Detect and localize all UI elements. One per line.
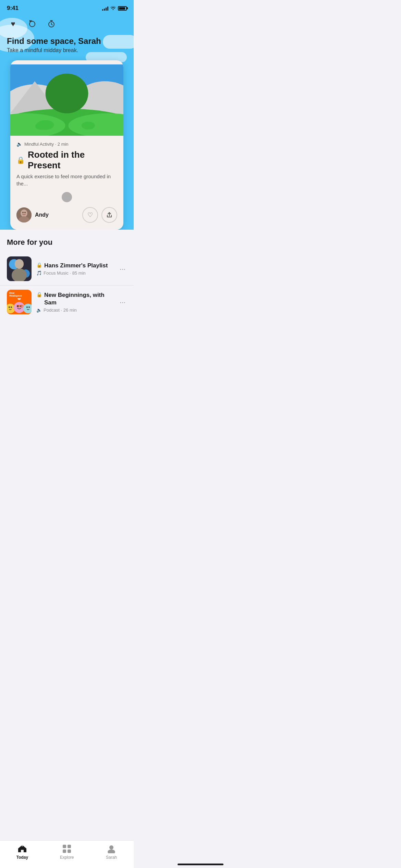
svg-point-25 [9, 306, 10, 308]
svg-point-14 [82, 122, 95, 130]
card-content: 🔈 Mindful Activity · 2 min 🔒 Rooted in t… [10, 136, 123, 230]
share-button[interactable] [101, 207, 117, 223]
like-button[interactable]: ♡ [82, 207, 98, 223]
author-name: Andy [35, 212, 49, 218]
dear-meta: 🔈 Podcast · 26 min [36, 308, 113, 313]
card-actions: ♡ [82, 207, 117, 223]
card-title-row: 🔒 Rooted in the Present [16, 149, 117, 171]
wifi-icon [110, 5, 116, 11]
greeting-section: Find some space, Sarah Take a mindful mi… [7, 36, 127, 53]
status-time: 9:41 [7, 5, 19, 12]
dear-headspace-thumb: DearHeadspace [7, 290, 32, 314]
svg-point-35 [28, 306, 30, 308]
svg-point-19 [24, 212, 26, 213]
hans-more-button[interactable]: ··· [118, 265, 127, 273]
dear-meta-icon: 🔈 [36, 308, 42, 313]
dear-title: New Beginnings, with Sam [44, 291, 113, 306]
hans-lock-icon: 🔒 [36, 262, 42, 268]
hans-meta-icon: 🎵 [36, 270, 42, 276]
hans-meta-text: Focus Music · 85 min [44, 270, 86, 276]
svg-point-11 [46, 74, 88, 113]
card-author: Andy [16, 207, 49, 222]
hero-section: ♥ Find some space, Sarah Take a mindful … [0, 14, 134, 230]
svg-point-18 [22, 212, 24, 213]
card-title: Rooted in the Present [28, 149, 117, 171]
svg-point-27 [14, 302, 25, 313]
hans-zimmer-info: 🔒 Hans Zimmer's Playlist 🎵 Focus Music ·… [36, 262, 113, 276]
card-meta-text: Mindful Activity · 2 min [24, 142, 69, 147]
card-illustration [10, 60, 123, 136]
hans-meta: 🎵 Focus Music · 85 min [36, 270, 113, 276]
greeting-title: Find some space, Sarah [7, 36, 127, 46]
card-progress-dot [62, 192, 72, 202]
svg-point-22 [15, 259, 24, 269]
card-meta-speaker-icon: 🔈 [16, 141, 22, 147]
list-item[interactable]: 🔒 Hans Zimmer's Playlist 🎵 Focus Music ·… [0, 252, 134, 285]
svg-point-13 [35, 122, 46, 130]
dear-more-button[interactable]: ··· [118, 298, 127, 306]
card-lock-icon: 🔒 [16, 156, 25, 164]
status-icons [102, 5, 127, 11]
hans-title: Hans Zimmer's Playlist [44, 262, 108, 269]
hans-zimmer-thumb [7, 256, 32, 281]
timer-icon[interactable] [45, 18, 58, 30]
featured-card[interactable]: 🔈 Mindful Activity · 2 min 🔒 Rooted in t… [10, 60, 123, 230]
author-avatar [16, 207, 32, 222]
top-icons-row: ♥ [7, 18, 127, 30]
content-area: More for you 🔒 Hans Zimmer's Playlist 🎵 [0, 226, 134, 349]
history-icon[interactable] [26, 18, 38, 30]
dear-meta-text: Podcast · 26 min [44, 308, 77, 313]
card-footer: Andy ♡ [16, 207, 117, 223]
greeting-subtitle: Take a mindful midday break. [7, 47, 127, 53]
list-item[interactable]: DearHeadspace [0, 285, 134, 318]
favorites-icon[interactable]: ♥ [7, 18, 19, 30]
signal-icon [102, 6, 108, 11]
svg-point-21 [12, 268, 27, 281]
card-description: A quick exercise to feel more grounded i… [16, 173, 117, 187]
svg-point-16 [21, 209, 27, 217]
status-bar: 9:41 [0, 0, 134, 14]
dear-headspace-label: DearHeadspace [8, 291, 23, 298]
card-meta: 🔈 Mindful Activity · 2 min [16, 141, 117, 147]
battery-icon [118, 6, 127, 11]
dear-headspace-info: 🔒 New Beginnings, with Sam 🔈 Podcast · 2… [36, 291, 113, 313]
svg-point-34 [26, 306, 28, 308]
svg-point-26 [11, 306, 12, 308]
more-section-title: More for you [0, 238, 134, 247]
dear-lock-icon: 🔒 [36, 292, 42, 297]
